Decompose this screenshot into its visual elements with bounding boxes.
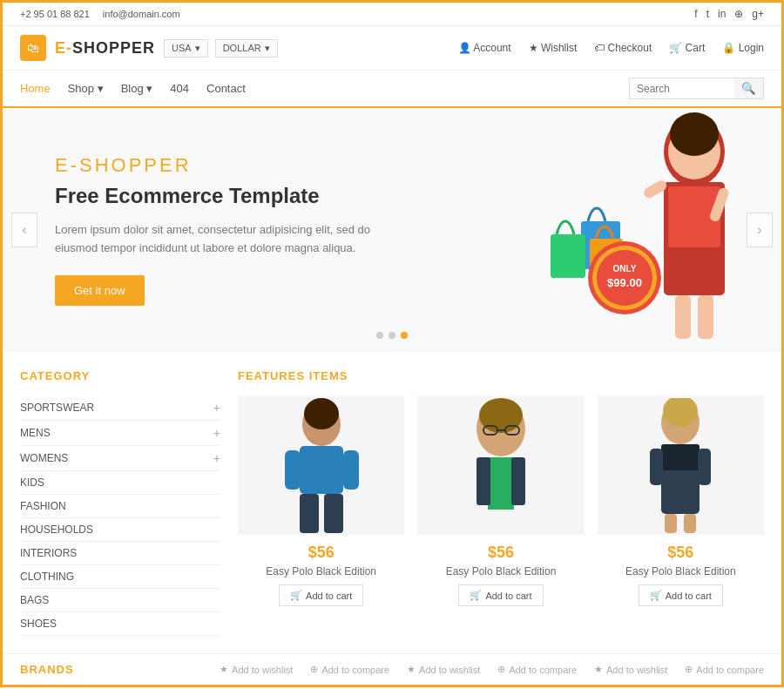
product-price-1: $56: [238, 544, 404, 562]
list-item[interactable]: INTERIORS: [20, 542, 220, 565]
hero-dot-2[interactable]: [389, 332, 395, 339]
list-item[interactable]: CLOTHING: [20, 565, 220, 589]
add-to-cart-button-3[interactable]: 🛒 Add to cart: [639, 584, 723, 606]
svg-rect-36: [661, 444, 700, 470]
hero-cta-button[interactable]: Get it now: [55, 275, 145, 306]
list-item[interactable]: SPORTSWEAR +: [20, 395, 220, 421]
nav-404[interactable]: 404: [170, 82, 189, 95]
hero-brand: E-SHOPPER: [55, 154, 398, 177]
svg-rect-23: [343, 450, 359, 490]
nav-login[interactable]: 🔒 Login: [722, 42, 764, 54]
nav-contact[interactable]: Contact: [206, 82, 246, 95]
social-twitter[interactable]: t: [706, 8, 709, 20]
logo-area: 🛍 E-SHOPPER USA ▾ DOLLAR ▾: [20, 35, 278, 61]
sidebar: CATEGORY SPORTSWEAR + MENS + WOMENS + KI…: [20, 369, 220, 636]
compare-label-3: Add to compare: [696, 665, 764, 675]
header-nav: 👤 Account ★ Wishlist 🏷 Checkout 🛒 Cart 🔒…: [458, 42, 764, 54]
hero-illustration: ONLY $99.00: [450, 108, 781, 352]
country-dropdown[interactable]: USA ▾: [164, 39, 208, 57]
social-gplus[interactable]: g+: [752, 8, 764, 20]
logo-icon: 🛍: [20, 35, 46, 61]
svg-rect-21: [324, 494, 343, 533]
compare-action-1[interactable]: ⊕ Add to compare: [310, 664, 389, 675]
category-label: KIDS: [20, 476, 44, 489]
svg-rect-30: [488, 457, 514, 510]
compare-icon-1: ⊕: [310, 664, 318, 675]
compare-action-2[interactable]: ⊕ Add to compare: [497, 664, 577, 675]
svg-rect-38: [698, 449, 711, 485]
main-content: CATEGORY SPORTSWEAR + MENS + WOMENS + KI…: [3, 352, 781, 653]
product-figure-3: [628, 398, 733, 533]
list-item[interactable]: FASHION: [20, 495, 220, 518]
top-bar-right: f t in ⊕ g+: [694, 8, 764, 20]
category-title: CATEGORY: [20, 369, 220, 382]
wishlist-action-1[interactable]: ★ Add to wishlist: [220, 664, 293, 675]
nav-shop[interactable]: Shop ▾: [68, 82, 104, 95]
compare-label-2: Add to compare: [509, 665, 577, 675]
hero-next-arrow[interactable]: ›: [747, 213, 773, 247]
currency-dropdown[interactable]: DOLLAR ▾: [215, 39, 278, 57]
nav-links: Home Shop ▾ Blog ▾ 404 Contact: [20, 82, 246, 95]
list-item[interactable]: BAGS: [20, 589, 220, 612]
svg-rect-10: [551, 234, 585, 278]
hero-content: E-SHOPPER Free Ecommerce Template Lorem …: [3, 119, 450, 341]
hero-desc: Lorem ipsum dolor sit amet, consectetur …: [55, 221, 386, 258]
social-globe[interactable]: ⊕: [734, 8, 743, 20]
top-bar-left: +2 95 01 88 821 info@domain.com: [20, 9, 180, 19]
svg-rect-31: [476, 457, 490, 505]
list-item[interactable]: MENS +: [20, 421, 220, 446]
svg-rect-20: [300, 494, 319, 533]
nav-wishlist[interactable]: ★ Wishlist: [529, 42, 578, 54]
svg-point-3: [670, 112, 719, 156]
category-label: SHOES: [20, 618, 57, 630]
plus-icon: +: [213, 451, 220, 465]
hero-dot-3[interactable]: [401, 332, 408, 339]
list-item[interactable]: HOUSEHOLDS: [20, 518, 220, 542]
hero-prev-arrow[interactable]: ‹: [11, 213, 37, 247]
list-item[interactable]: WOMENS +: [20, 446, 220, 471]
product-name-3: Easy Polo Black Edition: [598, 565, 764, 578]
svg-point-18: [304, 398, 339, 429]
nav-cart[interactable]: 🛒 Cart: [669, 42, 705, 54]
email-address: info@domain.com: [103, 9, 180, 19]
product-price-3: $56: [598, 544, 764, 562]
nav-checkout[interactable]: 🏷 Checkout: [594, 42, 652, 54]
wishlist-action-3[interactable]: ★ Add to wishlist: [594, 664, 667, 675]
social-facebook[interactable]: f: [694, 8, 697, 20]
compare-icon-2: ⊕: [497, 664, 505, 675]
wishlist-label-1: Add to wishlist: [232, 665, 293, 675]
wishlist-icon-2: ★: [407, 664, 416, 675]
product-image-2: [417, 395, 584, 535]
hero-dot-1[interactable]: [376, 332, 383, 339]
svg-rect-40: [684, 514, 696, 533]
plus-icon: +: [213, 401, 220, 415]
add-to-cart-button-1[interactable]: 🛒 Add to cart: [279, 584, 363, 606]
wishlist-label-3: Add to wishlist: [606, 665, 667, 675]
phone-number: +2 95 01 88 821: [20, 9, 90, 19]
search-input[interactable]: [630, 79, 734, 98]
search-button[interactable]: 🔍: [734, 78, 763, 98]
nav-account[interactable]: 👤 Account: [458, 42, 511, 54]
wishlist-action-2[interactable]: ★ Add to wishlist: [407, 664, 480, 675]
nav-home[interactable]: Home: [20, 82, 51, 95]
product-card: $56 Easy Polo Black Edition 🛒 Add to car…: [417, 395, 584, 606]
header-dropdowns: USA ▾ DOLLAR ▾: [164, 39, 278, 57]
compare-action-3[interactable]: ⊕ Add to compare: [685, 664, 764, 675]
svg-rect-22: [285, 450, 301, 490]
category-label: SPORTSWEAR: [20, 402, 94, 414]
svg-rect-39: [665, 514, 677, 533]
svg-rect-5: [675, 295, 691, 339]
add-to-cart-button-2[interactable]: 🛒 Add to cart: [458, 584, 543, 606]
nav-blog[interactable]: Blog ▾: [121, 82, 153, 95]
hero-visual: ONLY $99.00: [450, 108, 781, 352]
product-card: $56 Easy Polo Black Edition 🛒 Add to car…: [598, 395, 764, 606]
category-label: HOUSEHOLDS: [20, 524, 93, 536]
category-label: MENS: [20, 427, 51, 439]
list-item[interactable]: KIDS: [20, 471, 220, 495]
svg-rect-37: [650, 449, 663, 485]
top-bar: +2 95 01 88 821 info@domain.com f t in ⊕…: [3, 3, 781, 26]
header: 🛍 E-SHOPPER USA ▾ DOLLAR ▾ 👤 Account ★ W…: [3, 26, 781, 71]
category-label: BAGS: [20, 594, 49, 606]
social-linkedin[interactable]: in: [718, 8, 726, 20]
list-item[interactable]: SHOES: [20, 612, 220, 636]
